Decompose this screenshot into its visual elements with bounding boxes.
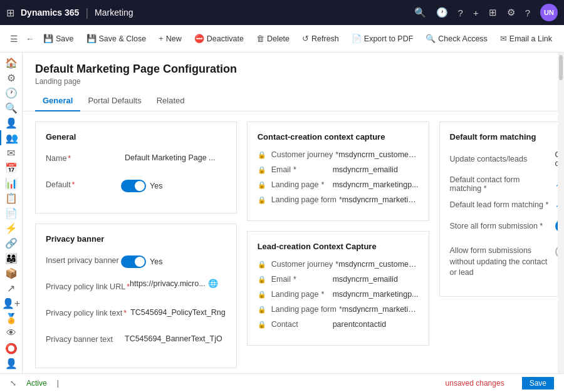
dfm-store-label: Store all form submission *	[450, 222, 550, 230]
module-name: Marketing	[95, 8, 133, 18]
lc-landing-form-row: 🔒 Landing page form * msdyncrm_marketing…	[258, 305, 419, 314]
lc-journey-value[interactable]: msdyncrm_customerjo...	[338, 260, 418, 269]
default-label: Default *	[46, 177, 121, 189]
export-pdf-button[interactable]: 📄 Export to PDF	[345, 25, 420, 53]
insert-privacy-row: Insert privacy banner Yes	[46, 252, 226, 271]
sidebar-item-user[interactable]: 👤	[0, 356, 23, 371]
dfm-lead-form-label: Default lead form matching *	[450, 200, 550, 209]
flow-button[interactable]: ⚡ Flow ▼	[558, 25, 564, 53]
cc-journey-value[interactable]: msdyncrm_customerjo...	[338, 150, 418, 159]
name-row: Name * Default Marketing Page ...	[46, 150, 226, 169]
refresh-button[interactable]: ↺ Refresh	[296, 25, 345, 53]
avatar[interactable]: UN	[540, 4, 558, 21]
sidebar-item-circle[interactable]: ⭕	[0, 341, 23, 356]
lc-landing-label: 🔒 Landing page *	[258, 290, 333, 299]
insert-privacy-toggle-label: Yes	[150, 257, 162, 266]
scrollbar-thumb[interactable]	[559, 55, 563, 80]
sidebar-item-user-add[interactable]: 👤+	[0, 296, 23, 311]
contact-creation-card: Contact-creation context capture 🔒 Custo…	[247, 121, 429, 221]
cc-landing-form-value[interactable]: msdyncrm_marketingf...	[342, 195, 419, 204]
tab-related[interactable]: Related	[149, 91, 192, 111]
new-button[interactable]: + New	[152, 25, 188, 53]
lc-email-row: 🔒 Email * msdyncrm_emailid	[258, 275, 419, 284]
sidebar-item-clipboard[interactable]: 📋	[0, 190, 23, 205]
sidebar-item-link[interactable]: 🔗	[0, 235, 23, 250]
email-link-button[interactable]: ✉ Email a Link	[494, 25, 558, 53]
cc-landing-value[interactable]: msdyncrm_marketingp...	[333, 180, 419, 189]
page-subtitle: Landing page	[35, 77, 545, 86]
filter-icon[interactable]: ⊞	[489, 7, 497, 18]
contact-creation-title: Contact-creation context capture	[258, 132, 419, 142]
sidebar-item-box[interactable]: 📦	[0, 266, 23, 281]
help-icon[interactable]: ?	[458, 8, 463, 18]
lead-creation-card: Lead-creation Context Capture 🔒 Customer…	[247, 231, 429, 346]
sidebar-item-person[interactable]: 👤	[0, 115, 23, 130]
check-access-icon: 🔍	[426, 34, 436, 43]
tab-general[interactable]: General	[35, 91, 80, 111]
insert-privacy-toggle-switch[interactable]	[121, 255, 146, 268]
dfm-lead-form-row: Default lead form matching * ↗ Default l…	[450, 200, 558, 209]
privacy-url-row: Privacy policy link URL * https://privac…	[46, 279, 226, 297]
cc-landing-form-label: 🔒 Landing page form *	[258, 195, 342, 204]
lc-landing-lock-icon: 🔒	[258, 291, 266, 299]
clock-icon[interactable]: 🕐	[436, 7, 448, 18]
lc-landing-form-value[interactable]: msdyncrm_marketingf...	[342, 305, 419, 314]
save-close-button[interactable]: 💾 Save & Close	[80, 25, 153, 53]
privacy-link-text-value[interactable]: TC545694_PolicyText_Rng	[127, 305, 229, 320]
cc-landing-label: 🔒 Landing page *	[258, 180, 333, 189]
privacy-card: Privacy banner Insert privacy banner Yes…	[35, 224, 237, 368]
dfm-allow-label: Allow form submissions without updating …	[450, 243, 550, 279]
lc-email-value[interactable]: msdyncrm_emailid	[333, 275, 419, 284]
cc-journey-lock-icon: 🔒	[258, 151, 266, 159]
save-button[interactable]: 💾 Save	[37, 25, 80, 53]
export-icon: 📄	[352, 34, 362, 43]
sidebar-item-arrow[interactable]: ↗	[0, 281, 23, 296]
cc-email-row: 🔒 Email * msdyncrm_emailid	[258, 165, 419, 174]
privacy-banner-text-value[interactable]: TC545694_BannerText_TjO	[121, 331, 226, 346]
tab-portal-defaults[interactable]: Portal Defaults	[80, 91, 149, 111]
sidebar-item-search[interactable]: 🔍	[0, 100, 23, 115]
settings-icon[interactable]: ⚙	[507, 7, 515, 18]
plus-icon[interactable]: +	[473, 8, 479, 18]
deactivate-button[interactable]: ⛔ Deactivate	[188, 25, 250, 53]
search-icon[interactable]: 🔍	[414, 7, 426, 18]
default-required: *	[72, 180, 75, 189]
grid-icon[interactable]: ⊞	[6, 7, 14, 19]
name-value[interactable]: Default Marketing Page ...	[121, 150, 226, 165]
globe-icon[interactable]: 🌐	[208, 279, 218, 288]
footer-expand-icon[interactable]: ⤡	[10, 379, 16, 388]
sidebar-item-contacts[interactable]: 👥	[0, 130, 23, 145]
cc-email-value[interactable]: msdyncrm_emailid	[333, 165, 419, 174]
dfm-allow-toggle-switch[interactable]	[555, 245, 558, 258]
lc-landing-form-lock-icon: 🔒	[258, 306, 266, 314]
sidebar-item-time[interactable]: 🕐	[0, 85, 23, 100]
footer-save-button[interactable]: Save	[522, 377, 554, 389]
app-name: Dynamics 365	[21, 8, 79, 18]
dfm-store-toggle-switch[interactable]	[555, 220, 558, 232]
nav-menu-icon[interactable]: ☰	[8, 31, 21, 46]
question-icon[interactable]: ?	[525, 8, 530, 18]
status-active: Active	[26, 379, 47, 388]
sidebar-item-home[interactable]: 🏠	[0, 55, 23, 70]
delete-button[interactable]: 🗑 Delete	[250, 25, 296, 53]
sidebar-item-flow[interactable]: ⚡	[0, 220, 23, 235]
sidebar-item-eye[interactable]: 👁	[0, 326, 23, 341]
dfm-contact-form-label: Default contact form matching *	[450, 175, 550, 193]
sidebar-item-calendar[interactable]: 📅	[0, 160, 23, 175]
default-toggle-switch[interactable]	[121, 180, 146, 192]
insert-privacy-label: Insert privacy banner	[46, 252, 121, 265]
sidebar-item-email[interactable]: ✉	[0, 145, 23, 160]
command-bar: ☰ ← 💾 Save 💾 Save & Close + New ⛔ Deacti…	[0, 25, 564, 53]
sidebar-item-people[interactable]: 👨‍👩‍👧	[0, 250, 23, 266]
lc-landing-value[interactable]: msdyncrm_marketingp...	[333, 290, 419, 299]
sidebar-item-page[interactable]: 📄	[0, 205, 23, 220]
check-access-button[interactable]: 🔍 Check Access	[419, 25, 494, 53]
sidebar-item-settings[interactable]: ⚙	[0, 70, 23, 85]
sidebar-item-chart[interactable]: 📊	[0, 175, 23, 190]
dfm-update-row: Update contacts/leads Only contacts	[450, 150, 558, 168]
sidebar-item-badge[interactable]: 🏅	[0, 311, 23, 326]
delete-icon: 🗑	[256, 34, 264, 43]
back-icon[interactable]: ←	[23, 31, 37, 46]
page-header: Default Marketing Page Configuration Lan…	[23, 53, 558, 86]
lc-contact-value[interactable]: parentcontactid	[333, 320, 419, 329]
